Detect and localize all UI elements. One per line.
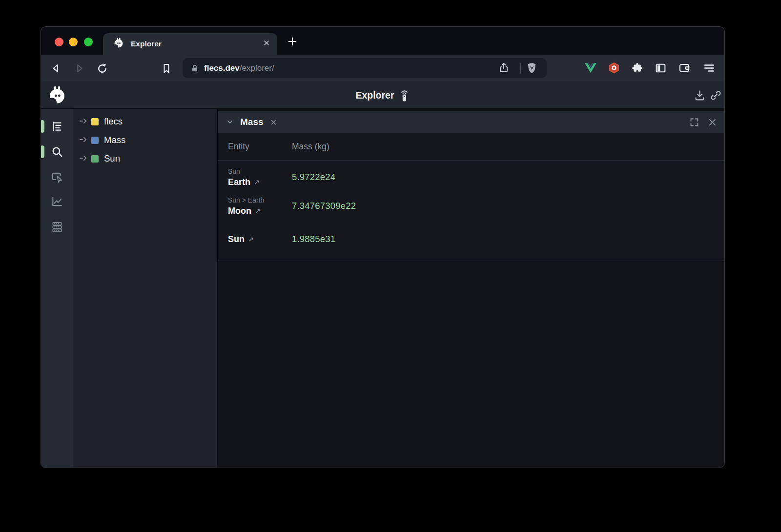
column-header-entity: Entity [228, 142, 292, 152]
table-row[interactable]: Sun↗ 1.9885e31 [228, 228, 724, 250]
link-icon[interactable] [710, 89, 722, 103]
entity-color-square [91, 137, 99, 144]
column-header-mass: Mass (kg) [292, 142, 329, 152]
entity-tree-panel: flecs Mass Sun [73, 109, 217, 468]
entity-name[interactable]: Moon [228, 206, 251, 216]
browser-window: Explorer flecs.dev/explorer/ [41, 27, 724, 468]
query-panel-header: Mass [218, 111, 724, 133]
address-bar-separator [520, 63, 521, 74]
back-icon[interactable] [49, 61, 63, 75]
expand-arrow-icon[interactable] [80, 136, 87, 144]
tab-explorer[interactable]: Explorer [103, 33, 277, 55]
extensions-puzzle-icon[interactable] [630, 61, 644, 75]
hex-extension-icon[interactable] [607, 61, 621, 75]
query-tab-close-icon[interactable] [270, 119, 277, 126]
vue-extension-icon[interactable] [584, 61, 597, 75]
entity-parent-path: Sun > Earth [228, 196, 292, 204]
tree-item-label: Mass [104, 135, 125, 145]
new-tab-button[interactable] [286, 35, 299, 48]
search-panel-active-indicator [41, 145, 44, 158]
chevron-down-icon[interactable] [226, 118, 234, 126]
reload-icon[interactable] [95, 61, 109, 75]
entity-parent-path: Sun [228, 167, 292, 175]
flecs-favicon [113, 37, 124, 51]
main-panel: Mass Entity Mass (kg) Sun Ea [217, 109, 724, 468]
url-text: flecs.dev/explorer/ [204, 63, 274, 73]
close-window-button[interactable] [55, 38, 63, 46]
inspect-icon[interactable] [51, 171, 63, 184]
open-entity-icon[interactable]: ↗ [254, 178, 260, 186]
fullscreen-icon[interactable] [689, 117, 699, 127]
tab-close-icon[interactable] [263, 39, 270, 49]
tab-strip: Explorer [41, 27, 724, 55]
tree-item-label: Sun [104, 153, 120, 164]
tab-title: Explorer [131, 40, 263, 48]
mass-value: 5.9722e24 [292, 172, 335, 183]
download-icon[interactable] [694, 89, 706, 103]
table-header-row: Entity Mass (kg) [218, 133, 724, 161]
expand-arrow-icon[interactable] [80, 117, 87, 126]
tree-panel-active-indicator [41, 120, 44, 133]
tree-item-sun[interactable]: Sun [73, 149, 217, 168]
tree-item-label: flecs [104, 116, 123, 127]
expand-arrow-icon[interactable] [80, 154, 87, 163]
bookmark-icon[interactable] [160, 61, 173, 75]
search-icon[interactable] [51, 145, 63, 158]
lock-icon [190, 63, 200, 73]
panel-close-icon[interactable] [708, 118, 717, 127]
query-tab-label: Mass [240, 117, 264, 127]
forward-icon[interactable] [72, 61, 86, 75]
navigation-bar: flecs.dev/explorer/ [41, 55, 724, 82]
address-bar[interactable]: flecs.dev/explorer/ [183, 58, 547, 78]
flecs-logo [47, 85, 67, 107]
remote-connection-icon[interactable] [399, 89, 410, 102]
entity-color-square [91, 118, 99, 125]
table-row[interactable]: Sun > Earth Moon↗ 7.34767309e22 [228, 195, 724, 217]
mass-value: 7.34767309e22 [292, 201, 356, 211]
mass-value: 1.9885e31 [292, 234, 335, 245]
share-icon[interactable] [498, 62, 510, 76]
minimize-window-button[interactable] [69, 38, 78, 46]
tree-panel-icon[interactable] [51, 120, 63, 133]
zoom-window-button[interactable] [84, 38, 93, 46]
entity-name[interactable]: Sun [228, 234, 245, 245]
app-content: flecs Mass Sun Mass [41, 109, 724, 468]
menu-icon[interactable] [702, 61, 716, 75]
app-header: Explorer [41, 82, 724, 109]
open-entity-icon[interactable]: ↗ [255, 207, 261, 215]
sidebar-toggle-icon[interactable] [654, 61, 667, 75]
table-row[interactable]: Sun Earth↗ 5.9722e24 [228, 166, 724, 188]
tree-item-mass[interactable]: Mass [73, 131, 217, 149]
page-title: Explorer [355, 90, 394, 101]
query-result-table: Entity Mass (kg) Sun Earth↗ 5.9722e24 Su… [218, 133, 724, 261]
entity-color-square [91, 155, 99, 163]
panel-icon-strip [41, 109, 73, 468]
entity-name[interactable]: Earth [228, 177, 250, 187]
wallet-icon[interactable] [678, 61, 691, 75]
tables-icon[interactable] [51, 221, 63, 233]
tree-item-flecs[interactable]: flecs [73, 112, 217, 131]
brave-shield-icon[interactable] [525, 61, 538, 77]
open-entity-icon[interactable]: ↗ [248, 235, 254, 243]
charts-icon[interactable] [51, 195, 63, 208]
